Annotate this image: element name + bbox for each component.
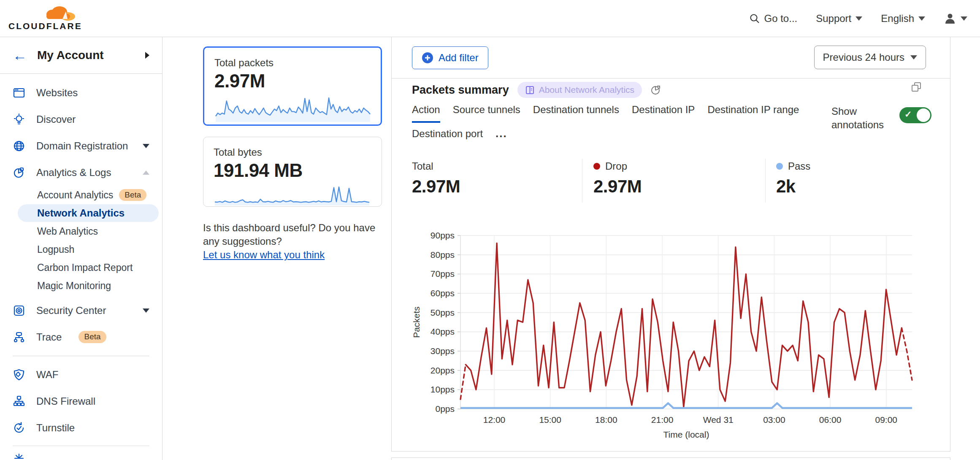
svg-text:09:00: 09:00 bbox=[875, 415, 898, 425]
time-range-dropdown[interactable]: Previous 24 hours bbox=[814, 46, 926, 69]
sidebar-item-label: Turnstile bbox=[36, 422, 75, 434]
svg-text:Wed 31: Wed 31 bbox=[703, 415, 734, 425]
goto-label: Go to... bbox=[764, 13, 798, 24]
add-filter-label: Add filter bbox=[439, 52, 479, 64]
sidebar-item-label: Websites bbox=[36, 87, 78, 99]
support-label: Support bbox=[816, 13, 851, 24]
sidebar-item-label: DNS Firewall bbox=[36, 395, 95, 407]
sidebar-item-account-analytics[interactable]: Account Analytics Beta bbox=[0, 186, 162, 204]
card-value: 2.97M bbox=[214, 70, 371, 92]
pie-chart-icon bbox=[13, 166, 25, 179]
analytics-submenu: Account Analytics Beta Network Analytics… bbox=[0, 186, 162, 295]
feedback-link[interactable]: Let us know what you think bbox=[203, 249, 325, 260]
tab-destination-ip[interactable]: Destination IP bbox=[632, 104, 695, 121]
total-packets-card[interactable]: Total packets 2.97M bbox=[203, 46, 382, 126]
chevron-up-icon bbox=[143, 170, 149, 175]
user-icon bbox=[944, 12, 956, 25]
tab-source-tunnels[interactable]: Source tunnels bbox=[453, 104, 520, 121]
safe-icon bbox=[13, 304, 25, 317]
dns-tree-icon bbox=[13, 395, 25, 408]
stat-total: Total 2.97M bbox=[412, 160, 460, 197]
total-packets-sparkline bbox=[214, 92, 371, 123]
sidebar-item-label: WAF bbox=[36, 369, 58, 381]
sidebar-item-carbon-impact-report[interactable]: Carbon Impact Report bbox=[0, 259, 162, 276]
sidebar-item-web-analytics[interactable]: Web Analytics bbox=[0, 222, 162, 240]
sidebar-item-security-center[interactable]: Security Center bbox=[0, 297, 162, 324]
tab-destination-tunnels[interactable]: Destination tunnels bbox=[533, 104, 619, 121]
goto-search[interactable]: Go to... bbox=[749, 13, 798, 24]
tabs-more-button[interactable]: ... bbox=[495, 127, 507, 140]
svg-text:30pps: 30pps bbox=[430, 346, 455, 356]
main-panel: Add filter Previous 24 hours Packets sum… bbox=[391, 37, 950, 452]
account-menu[interactable] bbox=[944, 12, 967, 25]
svg-text:60pps: 60pps bbox=[430, 288, 455, 298]
support-menu[interactable]: Support bbox=[816, 13, 862, 24]
stat-value: 2.97M bbox=[412, 176, 460, 197]
svg-text:0pps: 0pps bbox=[435, 404, 455, 414]
sidebar-item-analytics-logs[interactable]: Analytics & Logs bbox=[0, 159, 162, 186]
packets-chart: 0pps10pps20pps30pps40pps50pps60pps70pps8… bbox=[392, 223, 951, 446]
add-filter-button[interactable]: Add filter bbox=[412, 46, 488, 69]
feedback-question: Is this dashboard useful? Do you have an… bbox=[203, 221, 389, 248]
total-bytes-sparkline bbox=[214, 182, 371, 206]
sidebar-item-websites[interactable]: Websites bbox=[0, 79, 162, 106]
sidebar-item-label: Network Analytics bbox=[37, 207, 125, 219]
card-title: Total bytes bbox=[214, 146, 371, 158]
sidebar-item-dns-firewall[interactable]: DNS Firewall bbox=[0, 388, 162, 414]
stat-divider bbox=[765, 159, 766, 203]
chevron-down-icon bbox=[143, 308, 149, 313]
total-bytes-card[interactable]: Total bytes 191.94 MB bbox=[203, 137, 382, 207]
sidebar-item-logpush[interactable]: Logpush bbox=[0, 241, 162, 258]
svg-text:06:00: 06:00 bbox=[819, 415, 842, 425]
svg-text:15:00: 15:00 bbox=[539, 415, 561, 425]
drop-legend-dot bbox=[593, 163, 600, 170]
stats-row: Total 2.97M Drop 2.97M Pass 2k bbox=[392, 159, 951, 205]
svg-text:21:00: 21:00 bbox=[651, 415, 674, 425]
beta-badge: Beta bbox=[79, 331, 106, 343]
page: CLOUDFLARE Go to... Support English bbox=[0, 0, 980, 460]
panel-title: Packets summary bbox=[412, 84, 509, 97]
chart-type-pie-icon[interactable] bbox=[650, 84, 661, 95]
tab-row-2: Destination port ... bbox=[412, 127, 826, 145]
card-value: 191.94 MB bbox=[214, 160, 371, 181]
stat-value: 2.97M bbox=[593, 176, 642, 197]
sidebar-item-network-analytics[interactable]: Network Analytics bbox=[18, 204, 159, 222]
about-network-analytics-badge[interactable]: About Network Analytics bbox=[517, 82, 642, 98]
lightbulb-icon bbox=[13, 113, 25, 126]
tab-destination-port[interactable]: Destination port bbox=[412, 128, 483, 145]
card-title: Total packets bbox=[214, 57, 371, 69]
chevron-down-icon bbox=[855, 16, 862, 21]
tab-action[interactable]: Action bbox=[412, 104, 440, 123]
svg-text:18:00: 18:00 bbox=[595, 415, 617, 425]
toggle-knob bbox=[917, 108, 930, 122]
svg-text:03:00: 03:00 bbox=[763, 415, 785, 425]
language-menu[interactable]: English bbox=[881, 13, 925, 24]
shield-gear-icon bbox=[13, 368, 25, 381]
sidebar: ← My Account Websites bbox=[0, 37, 162, 460]
sidebar-item-domain-registration[interactable]: Domain Registration bbox=[0, 133, 162, 159]
sidebar-item-turnstile[interactable]: Turnstile bbox=[0, 414, 162, 441]
chevron-right-icon[interactable] bbox=[145, 52, 149, 59]
topbar-actions: Go to... Support English bbox=[749, 12, 967, 25]
sidebar-item-waf[interactable]: WAF bbox=[0, 361, 162, 388]
annotations-toggle[interactable] bbox=[899, 107, 931, 123]
about-badge-label: About Network Analytics bbox=[539, 85, 634, 95]
cloudflare-logo[interactable]: CLOUDFLARE bbox=[8, 5, 80, 31]
sidebar-item-discover[interactable]: Discover bbox=[0, 106, 162, 133]
tab-destination-ip-range[interactable]: Destination IP range bbox=[707, 104, 799, 121]
sidebar-item-label: Domain Registration bbox=[36, 140, 128, 152]
panel-header: Packets summary About Network Analytics bbox=[412, 82, 661, 98]
chevron-down-icon bbox=[961, 16, 967, 21]
sidebar-item-partial[interactable] bbox=[0, 452, 162, 460]
next-panel-top-edge bbox=[391, 457, 950, 460]
tab-row-1: Action Source tunnels Destination tunnel… bbox=[412, 104, 826, 123]
stat-label: Drop bbox=[605, 160, 627, 172]
sidebar-item-magic-monitoring[interactable]: Magic Monitoring bbox=[0, 277, 162, 295]
sidebar-divider bbox=[13, 446, 149, 446]
sidebar-divider bbox=[13, 356, 149, 356]
cloudflare-cloud-icon bbox=[41, 5, 76, 21]
sidebar-item-label: Analytics & Logs bbox=[36, 167, 111, 179]
sidebar-item-trace[interactable]: Trace Beta bbox=[0, 324, 162, 350]
back-arrow-icon[interactable]: ← bbox=[13, 48, 27, 62]
duplicate-icon[interactable] bbox=[910, 81, 922, 93]
